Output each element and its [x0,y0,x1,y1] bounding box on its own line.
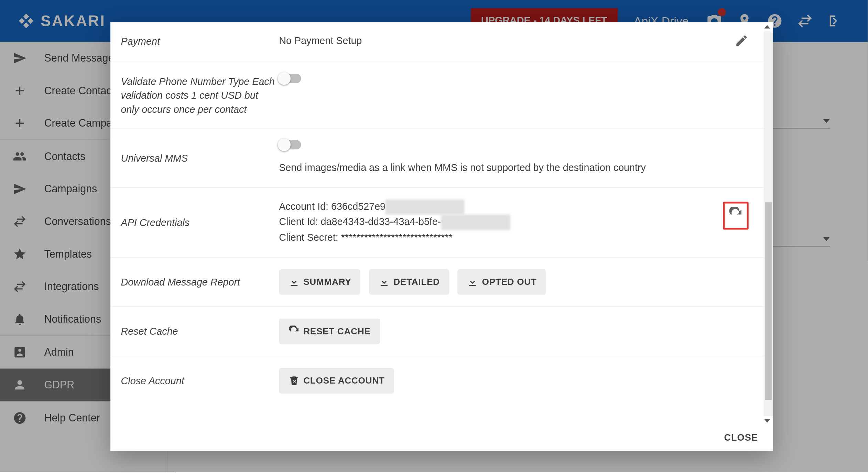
close-account-label: Close Account [121,373,279,388]
download-icon [467,276,479,288]
reset-cache-label: RESET CACHE [303,324,370,338]
dialog-footer: CLOSE [110,426,773,451]
dialog-body: Payment No Payment Setup Validate Phone … [110,22,773,426]
trash-icon [288,375,300,387]
close-account-btn-label: CLOSE ACCOUNT [303,374,384,388]
validate-toggle[interactable] [279,74,301,83]
account-id-hidden: xxxxxxxxxxxxxxxx [386,200,465,215]
settings-dialog: Payment No Payment Setup Validate Phone … [110,22,773,451]
reset-cache-button[interactable]: RESET CACHE [279,319,380,344]
reset-label: Reset Cache [121,324,279,339]
refresh-icon [728,207,744,222]
client-id-hidden: xxxxxxxxxxxxxx [441,215,510,230]
opted-out-label: OPTED OUT [482,275,537,289]
detailed-button[interactable]: DETAILED [369,269,449,295]
client-secret: Client Secret: *************************… [279,230,714,246]
row-universal-mms: Universal MMS Send images/media as a lin… [110,129,764,188]
mms-toggle[interactable] [279,140,301,150]
opted-out-button[interactable]: OPTED OUT [458,269,546,295]
row-download-report: Download Message Report SUMMARY DETAILED… [110,258,764,307]
account-id-prefix: Account Id: 636cd527e9 [279,201,386,212]
download-label: Download Message Report [121,275,279,290]
edit-payment-icon[interactable] [735,34,749,50]
row-api-credentials: API Credentials Account Id: 636cd527e9xx… [110,188,764,258]
close-dialog-button[interactable]: CLOSE [724,432,758,443]
summary-label: SUMMARY [303,275,351,289]
row-close-account: Close Account CLOSE ACCOUNT [110,356,764,397]
api-label: API Credentials [121,215,279,230]
mms-label: Universal MMS [121,150,279,165]
close-account-button[interactable]: CLOSE ACCOUNT [279,368,394,394]
scroll-up-arrow[interactable] [762,22,772,31]
client-id-prefix: Client Id: da8e4343-dd33-43a4-b5fe- [279,216,441,227]
payment-value: No Payment Setup [279,34,714,50]
payment-label: Payment [121,34,279,50]
validate-label: Validate Phone Number Type Each validati… [121,74,279,117]
row-payment: Payment No Payment Setup [110,22,764,62]
scroll-down-arrow[interactable] [762,416,772,426]
refresh-credentials-button[interactable] [723,202,748,230]
refresh-icon [288,326,300,337]
download-icon [378,276,390,288]
download-icon [288,276,300,288]
mms-desc: Send images/media as a link when MMS is … [279,162,646,173]
summary-button[interactable]: SUMMARY [279,269,360,295]
row-validate-phone: Validate Phone Number Type Each validati… [110,62,764,129]
scroll-thumb[interactable] [765,202,772,400]
row-reset-cache: Reset Cache RESET CACHE [110,307,764,357]
detailed-label: DETAILED [393,275,440,289]
